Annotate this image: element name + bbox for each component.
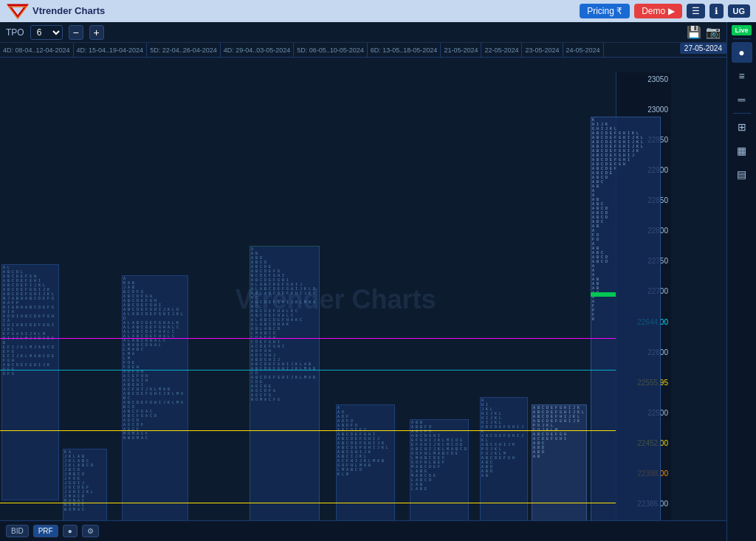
- cursor-tool-icon[interactable]: ●: [732, 42, 752, 63]
- price-23000: 23000: [619, 106, 668, 114]
- top-navigation: Vtrender Charts Pricing ₹ Demo ▶ ☰ ℹ UG: [0, 0, 756, 22]
- chart-type-label: TPO: [6, 27, 24, 38]
- tpo-profile-4: AA BA B DA B C DA B C D EA B C D E F GB …: [250, 246, 320, 541]
- grid1-icon[interactable]: ▤: [732, 164, 752, 185]
- live-badge: Live: [732, 25, 751, 35]
- date-label-4: 5D: 06-05..10-05-2024: [294, 43, 368, 57]
- period-select[interactable]: 6 3 12 30: [30, 25, 63, 40]
- user-button[interactable]: UG: [728, 4, 751, 18]
- price-23050: 23050: [619, 75, 668, 83]
- demo-button[interactable]: Demo ▶: [634, 4, 681, 18]
- horizontal-lines-icon[interactable]: ═: [732, 89, 752, 110]
- tpo-profile-1: A LA B C D LA B C D E F G HA B C D E F G…: [1, 264, 59, 500]
- chart-area: 4D: 08-04..12-04-2024 4D: 15-04..19-04-2…: [0, 43, 726, 541]
- logo-area: Vtrender Charts: [6, 2, 105, 20]
- demo-label: Demo ▶: [642, 6, 674, 16]
- date-label-3: 4D: 29-04..03-05-2024: [221, 43, 295, 57]
- target-button[interactable]: ●: [63, 525, 78, 537]
- pricing-button[interactable]: Pricing ₹: [580, 4, 630, 18]
- date-label-5: 6D: 13-05..18-05-2024: [368, 43, 441, 57]
- date-label-6: 21-05-2024: [441, 43, 481, 57]
- info-button[interactable]: ℹ: [709, 4, 724, 18]
- date-ruler: 4D: 08-04..12-04-2024 4D: 15-04..19-04-2…: [0, 43, 726, 58]
- date-label-7: 22-05-2024: [481, 43, 522, 57]
- save-button[interactable]: 💾: [687, 25, 701, 39]
- tpo-profile-3: AR A BJ A BB C D F GA B C D F G HA B C D…: [122, 275, 188, 541]
- menu-button[interactable]: ☰: [687, 4, 705, 18]
- bottom-toolbar: BID PRF ● ⚙: [0, 520, 726, 541]
- nav-right-buttons: Pricing ₹ Demo ▶ ☰ ℹ UG: [580, 4, 750, 18]
- grid2-icon[interactable]: ▦: [732, 140, 752, 161]
- date-label-2: 5D: 22-04..26-04-2024: [147, 43, 221, 57]
- logo-text: Vtrender Charts: [32, 6, 105, 16]
- green-bar: [591, 292, 616, 297]
- chart-toolbar: TPO 6 3 12 30 − + 💾 📷: [0, 22, 726, 43]
- date-label-9: 24-05-2024: [563, 43, 604, 57]
- bid-button[interactable]: BID: [6, 525, 29, 537]
- date-label-1: 4D: 15-04..19-04-2024: [74, 43, 148, 57]
- vtrender-logo-icon: [6, 2, 30, 20]
- grid4-icon[interactable]: ⊞: [732, 117, 752, 137]
- current-date-highlight: 27-05-2024: [680, 43, 726, 54]
- lines-tool-icon[interactable]: ≡: [732, 66, 752, 86]
- toolbar-right-area: 💾 📷: [687, 25, 721, 39]
- prf-button[interactable]: PRF: [33, 525, 58, 537]
- sidebar-divider-2: [733, 113, 751, 114]
- chart-canvas[interactable]: Vtrender Charts 23050 23000 22950 22900 …: [0, 58, 671, 541]
- sidebar-divider-1: [733, 38, 751, 39]
- tpo-profile-7: HH IJ K LH I J K LH I J K LH I J K LA B …: [480, 397, 528, 541]
- date-label-8: 23-05-2024: [522, 43, 563, 57]
- date-label-0: 4D: 08-04..12-04-2024: [0, 43, 74, 57]
- period-plus-button[interactable]: +: [89, 25, 104, 40]
- pricing-label: Pricing ₹: [587, 6, 622, 16]
- settings-bottom-button[interactable]: ⚙: [82, 525, 99, 537]
- tpo-profile-9: KH I J KG H I J K LA B C D E F G H I K L…: [591, 117, 661, 541]
- period-minus-button[interactable]: −: [69, 25, 83, 40]
- screenshot-button[interactable]: 📷: [706, 25, 721, 39]
- right-sidebar: Live ● ≡ ═ ⊞ ▦ ▤: [726, 22, 756, 541]
